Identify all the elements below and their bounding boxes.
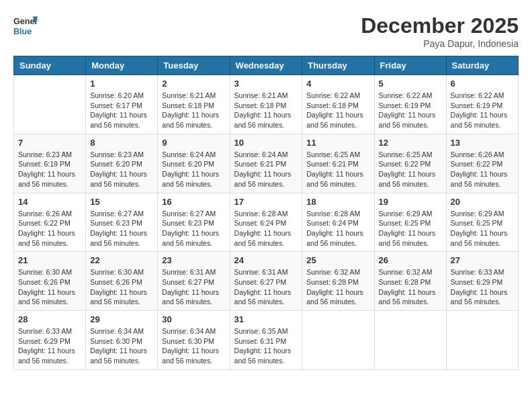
day-number: 29 bbox=[90, 314, 153, 324]
calendar-cell: 1Sunrise: 6:20 AM Sunset: 6:17 PM Daylig… bbox=[86, 75, 158, 134]
calendar-cell: 8Sunrise: 6:23 AM Sunset: 6:20 PM Daylig… bbox=[86, 134, 158, 193]
calendar-cell: 28Sunrise: 6:33 AM Sunset: 6:29 PM Dayli… bbox=[14, 311, 86, 370]
day-number: 19 bbox=[379, 197, 442, 207]
week-row-2: 7Sunrise: 6:23 AM Sunset: 6:19 PM Daylig… bbox=[14, 134, 519, 193]
week-row-1: 1Sunrise: 6:20 AM Sunset: 6:17 PM Daylig… bbox=[14, 75, 519, 134]
day-info: Sunrise: 6:25 AM Sunset: 6:21 PM Dayligh… bbox=[306, 150, 369, 189]
day-info: Sunrise: 6:27 AM Sunset: 6:23 PM Dayligh… bbox=[162, 209, 225, 248]
calendar-cell: 23Sunrise: 6:31 AM Sunset: 6:27 PM Dayli… bbox=[158, 252, 230, 311]
day-info: Sunrise: 6:34 AM Sunset: 6:30 PM Dayligh… bbox=[162, 326, 225, 366]
week-row-4: 21Sunrise: 6:30 AM Sunset: 6:26 PM Dayli… bbox=[14, 252, 519, 311]
day-info: Sunrise: 6:28 AM Sunset: 6:24 PM Dayligh… bbox=[306, 209, 369, 248]
logo-icon: General Blue bbox=[13, 13, 38, 38]
day-number: 30 bbox=[162, 314, 225, 324]
day-number: 20 bbox=[451, 197, 514, 207]
calendar-cell: 3Sunrise: 6:21 AM Sunset: 6:18 PM Daylig… bbox=[230, 75, 302, 134]
day-number: 23 bbox=[162, 255, 225, 265]
week-row-3: 14Sunrise: 6:26 AM Sunset: 6:22 PM Dayli… bbox=[14, 193, 519, 252]
day-number: 5 bbox=[379, 79, 442, 89]
day-number: 27 bbox=[451, 255, 514, 265]
day-info: Sunrise: 6:32 AM Sunset: 6:28 PM Dayligh… bbox=[379, 267, 442, 307]
day-info: Sunrise: 6:26 AM Sunset: 6:22 PM Dayligh… bbox=[18, 209, 81, 248]
day-info: Sunrise: 6:24 AM Sunset: 6:21 PM Dayligh… bbox=[234, 150, 298, 189]
calendar-cell: 4Sunrise: 6:22 AM Sunset: 6:18 PM Daylig… bbox=[302, 75, 374, 134]
calendar-cell bbox=[446, 311, 518, 370]
day-number: 15 bbox=[90, 197, 153, 207]
day-number: 11 bbox=[306, 138, 369, 148]
day-info: Sunrise: 6:21 AM Sunset: 6:18 PM Dayligh… bbox=[162, 91, 225, 130]
day-info: Sunrise: 6:22 AM Sunset: 6:19 PM Dayligh… bbox=[451, 91, 514, 130]
weekday-header-sunday: Sunday bbox=[14, 56, 86, 75]
month-title: December 2025 bbox=[361, 13, 519, 38]
calendar-cell: 17Sunrise: 6:28 AM Sunset: 6:24 PM Dayli… bbox=[230, 193, 302, 252]
calendar-cell: 21Sunrise: 6:30 AM Sunset: 6:26 PM Dayli… bbox=[14, 252, 86, 311]
day-info: Sunrise: 6:26 AM Sunset: 6:22 PM Dayligh… bbox=[451, 150, 514, 189]
day-number: 10 bbox=[234, 138, 298, 148]
calendar-cell: 13Sunrise: 6:26 AM Sunset: 6:22 PM Dayli… bbox=[446, 134, 518, 193]
day-number: 31 bbox=[234, 314, 298, 324]
calendar-cell: 22Sunrise: 6:30 AM Sunset: 6:26 PM Dayli… bbox=[86, 252, 158, 311]
calendar-cell: 6Sunrise: 6:22 AM Sunset: 6:19 PM Daylig… bbox=[446, 75, 518, 134]
calendar-cell: 9Sunrise: 6:24 AM Sunset: 6:20 PM Daylig… bbox=[158, 134, 230, 193]
day-info: Sunrise: 6:31 AM Sunset: 6:27 PM Dayligh… bbox=[234, 267, 298, 307]
calendar-cell: 14Sunrise: 6:26 AM Sunset: 6:22 PM Dayli… bbox=[14, 193, 86, 252]
page-header: General Blue December 2025 Paya Dapur, I… bbox=[13, 13, 519, 49]
calendar-cell: 7Sunrise: 6:23 AM Sunset: 6:19 PM Daylig… bbox=[14, 134, 86, 193]
logo: General Blue bbox=[13, 13, 38, 38]
day-number: 18 bbox=[306, 197, 369, 207]
day-info: Sunrise: 6:28 AM Sunset: 6:24 PM Dayligh… bbox=[234, 209, 298, 248]
weekday-header-row: SundayMondayTuesdayWednesdayThursdayFrid… bbox=[14, 56, 519, 75]
day-number: 1 bbox=[90, 79, 153, 89]
calendar-cell: 24Sunrise: 6:31 AM Sunset: 6:27 PM Dayli… bbox=[230, 252, 302, 311]
calendar-cell: 11Sunrise: 6:25 AM Sunset: 6:21 PM Dayli… bbox=[302, 134, 374, 193]
day-info: Sunrise: 6:32 AM Sunset: 6:28 PM Dayligh… bbox=[306, 267, 369, 307]
calendar-cell: 19Sunrise: 6:29 AM Sunset: 6:25 PM Dayli… bbox=[374, 193, 446, 252]
day-number: 6 bbox=[451, 79, 514, 89]
weekday-header-saturday: Saturday bbox=[446, 56, 518, 75]
day-number: 24 bbox=[234, 255, 298, 265]
calendar-cell bbox=[302, 311, 374, 370]
day-number: 17 bbox=[234, 197, 298, 207]
title-section: December 2025 Paya Dapur, Indonesia bbox=[361, 13, 519, 49]
calendar-cell: 12Sunrise: 6:25 AM Sunset: 6:22 PM Dayli… bbox=[374, 134, 446, 193]
day-number: 14 bbox=[18, 197, 81, 207]
day-number: 26 bbox=[379, 255, 442, 265]
calendar-cell: 25Sunrise: 6:32 AM Sunset: 6:28 PM Dayli… bbox=[302, 252, 374, 311]
calendar-cell: 29Sunrise: 6:34 AM Sunset: 6:30 PM Dayli… bbox=[86, 311, 158, 370]
day-info: Sunrise: 6:21 AM Sunset: 6:18 PM Dayligh… bbox=[234, 91, 298, 130]
calendar-cell: 18Sunrise: 6:28 AM Sunset: 6:24 PM Dayli… bbox=[302, 193, 374, 252]
day-info: Sunrise: 6:22 AM Sunset: 6:18 PM Dayligh… bbox=[306, 91, 369, 130]
day-info: Sunrise: 6:34 AM Sunset: 6:30 PM Dayligh… bbox=[90, 326, 153, 366]
day-info: Sunrise: 6:29 AM Sunset: 6:25 PM Dayligh… bbox=[451, 209, 514, 248]
weekday-header-thursday: Thursday bbox=[302, 56, 374, 75]
day-number: 3 bbox=[234, 79, 298, 89]
day-number: 2 bbox=[162, 79, 225, 89]
day-info: Sunrise: 6:29 AM Sunset: 6:25 PM Dayligh… bbox=[379, 209, 442, 248]
weekday-header-friday: Friday bbox=[374, 56, 446, 75]
day-number: 7 bbox=[18, 138, 81, 148]
day-number: 12 bbox=[379, 138, 442, 148]
calendar-cell: 20Sunrise: 6:29 AM Sunset: 6:25 PM Dayli… bbox=[446, 193, 518, 252]
day-info: Sunrise: 6:22 AM Sunset: 6:19 PM Dayligh… bbox=[379, 91, 442, 130]
day-info: Sunrise: 6:33 AM Sunset: 6:29 PM Dayligh… bbox=[451, 267, 514, 307]
day-info: Sunrise: 6:31 AM Sunset: 6:27 PM Dayligh… bbox=[162, 267, 225, 307]
weekday-header-tuesday: Tuesday bbox=[158, 56, 230, 75]
day-number: 21 bbox=[18, 255, 81, 265]
weekday-header-wednesday: Wednesday bbox=[230, 56, 302, 75]
calendar-cell: 26Sunrise: 6:32 AM Sunset: 6:28 PM Dayli… bbox=[374, 252, 446, 311]
location: Paya Dapur, Indonesia bbox=[361, 38, 519, 49]
calendar-cell: 27Sunrise: 6:33 AM Sunset: 6:29 PM Dayli… bbox=[446, 252, 518, 311]
day-info: Sunrise: 6:30 AM Sunset: 6:26 PM Dayligh… bbox=[90, 267, 153, 307]
day-number: 25 bbox=[306, 255, 369, 265]
day-info: Sunrise: 6:33 AM Sunset: 6:29 PM Dayligh… bbox=[18, 326, 81, 366]
calendar-cell bbox=[374, 311, 446, 370]
day-number: 13 bbox=[451, 138, 514, 148]
day-info: Sunrise: 6:27 AM Sunset: 6:23 PM Dayligh… bbox=[90, 209, 153, 248]
week-row-5: 28Sunrise: 6:33 AM Sunset: 6:29 PM Dayli… bbox=[14, 311, 519, 370]
calendar-cell: 30Sunrise: 6:34 AM Sunset: 6:30 PM Dayli… bbox=[158, 311, 230, 370]
svg-text:Blue: Blue bbox=[13, 27, 32, 36]
day-info: Sunrise: 6:24 AM Sunset: 6:20 PM Dayligh… bbox=[162, 150, 225, 189]
day-info: Sunrise: 6:30 AM Sunset: 6:26 PM Dayligh… bbox=[18, 267, 81, 307]
day-number: 22 bbox=[90, 255, 153, 265]
day-info: Sunrise: 6:25 AM Sunset: 6:22 PM Dayligh… bbox=[379, 150, 442, 189]
